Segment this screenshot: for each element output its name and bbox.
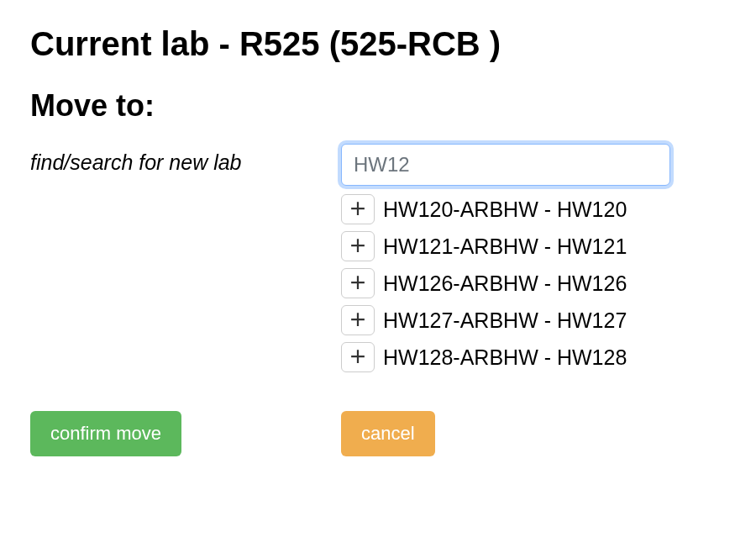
plus-icon — [350, 275, 365, 292]
list-item: HW120-ARBHW - HW120 — [341, 194, 677, 224]
add-button[interactable] — [341, 305, 375, 335]
move-to-heading: Move to: — [30, 88, 726, 124]
add-button[interactable] — [341, 342, 375, 372]
result-label: HW128-ARBHW - HW128 — [383, 345, 627, 370]
plus-icon — [350, 349, 365, 366]
add-button[interactable] — [341, 194, 375, 224]
plus-icon — [350, 201, 365, 219]
add-button[interactable] — [341, 231, 375, 261]
search-input[interactable] — [341, 144, 670, 186]
list-item: HW126-ARBHW - HW126 — [341, 268, 677, 298]
cancel-button[interactable]: cancel — [341, 411, 435, 456]
result-label: HW127-ARBHW - HW127 — [383, 308, 627, 333]
add-button[interactable] — [341, 268, 375, 298]
plus-icon — [350, 238, 365, 256]
list-item: HW121-ARBHW - HW121 — [341, 231, 677, 261]
search-row: find/search for new lab HW120-ARBHW - HW… — [30, 144, 726, 372]
result-label: HW126-ARBHW - HW126 — [383, 271, 627, 296]
results-list: HW120-ARBHW - HW120 HW121-ARBHW - HW121 … — [341, 194, 677, 372]
list-item: HW127-ARBHW - HW127 — [341, 305, 677, 335]
button-row: confirm move cancel — [30, 411, 726, 456]
result-label: HW120-ARBHW - HW120 — [383, 198, 627, 222]
confirm-move-button[interactable]: confirm move — [30, 411, 181, 456]
plus-icon — [350, 312, 365, 329]
page-title: Current lab - R525 (525-RCB ) — [30, 25, 726, 63]
list-item: HW128-ARBHW - HW128 — [341, 342, 677, 372]
search-column: HW120-ARBHW - HW120 HW121-ARBHW - HW121 … — [341, 144, 677, 372]
result-label: HW121-ARBHW - HW121 — [383, 234, 627, 259]
search-label: find/search for new lab — [30, 144, 324, 175]
